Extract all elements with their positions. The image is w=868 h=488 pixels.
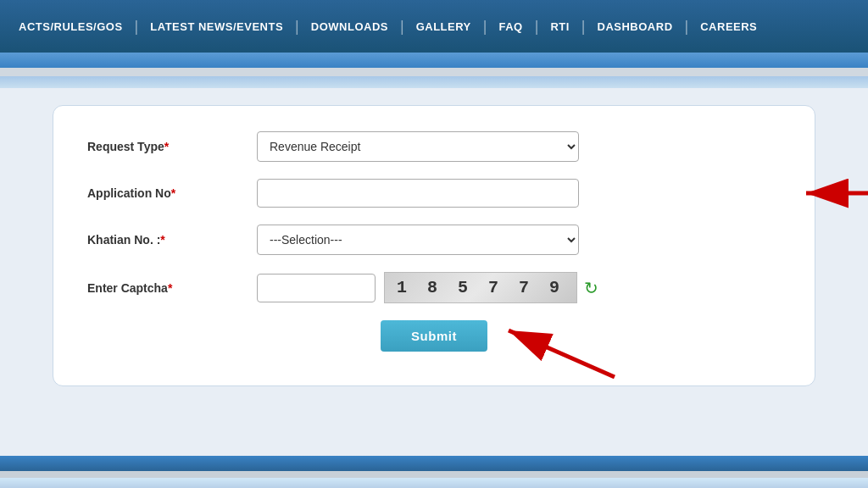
nav-sep-6: |: [580, 18, 587, 36]
nav-sep-4: |: [481, 18, 489, 36]
navbar: ACTS/RULES/GOS | LATEST NEWS/EVENTS | DO…: [0, 0, 868, 53]
khatian-select[interactable]: ---Selection--- Option 1 Option 2: [257, 225, 579, 255]
nav-gallery[interactable]: GALLERY: [406, 20, 481, 33]
captcha-required: *: [168, 281, 172, 295]
nav-sep-3: |: [398, 18, 406, 36]
bottom-stripes: [0, 456, 868, 488]
request-type-select[interactable]: Revenue Receipt Land Record Certificate: [257, 131, 579, 162]
submit-button[interactable]: Submit: [381, 320, 487, 352]
stripe-gray: [0, 68, 868, 76]
khatian-wrap: ---Selection--- Option 1 Option 2: [257, 225, 781, 255]
nav-rti[interactable]: RTI: [540, 20, 579, 33]
application-no-required: *: [171, 186, 175, 200]
captcha-label: Enter Captcha*: [87, 281, 257, 295]
application-no-label: Application No*: [87, 186, 257, 200]
nav-faq[interactable]: FAQ: [488, 20, 532, 33]
captcha-row: Enter Captcha* 1 8 5 7 7 9 ↻: [87, 272, 781, 303]
captcha-wrap: 1 8 5 7 7 9 ↻: [257, 272, 781, 303]
khatian-required: *: [160, 233, 164, 247]
request-type-required: *: [164, 140, 169, 153]
request-type-label: Request Type*: [87, 140, 257, 153]
nav-sep-7: |: [683, 18, 691, 36]
captcha-image: 1 8 5 7 7 9: [384, 272, 577, 303]
khatian-label: Khatian No. :*: [87, 233, 257, 247]
nav-downloads[interactable]: DOWNLOADS: [301, 20, 398, 33]
request-type-row: Request Type* Revenue Receipt Land Recor…: [87, 131, 781, 162]
nav-sep-2: |: [293, 18, 301, 36]
stripe-light: [0, 76, 868, 88]
application-no-wrap: [257, 179, 781, 208]
captcha-input[interactable]: [257, 274, 376, 302]
nav-news[interactable]: LATEST NEWS/EVENTS: [140, 20, 293, 33]
form-card: Request Type* Revenue Receipt Land Recor…: [53, 105, 815, 386]
stripe-top: [0, 53, 868, 68]
svg-line-3: [509, 330, 615, 377]
nav-dashboard[interactable]: DASHBOARD: [587, 20, 683, 33]
arrow-application: [798, 176, 868, 210]
nav-sep-5: |: [533, 18, 541, 36]
nav-careers[interactable]: CAREERS: [690, 20, 767, 33]
nav-acts[interactable]: ACTS/RULES/GOS: [8, 20, 133, 33]
khatian-row: Khatian No. :* ---Selection--- Option 1 …: [87, 225, 781, 255]
stripe-bottom-blue: [0, 456, 868, 471]
main-content: Request Type* Revenue Receipt Land Recor…: [0, 88, 868, 427]
submit-row: Submit: [87, 320, 781, 352]
stripe-bottom-light: [0, 478, 868, 488]
nav-sep-1: |: [133, 18, 141, 36]
refresh-icon[interactable]: ↻: [584, 278, 598, 298]
application-no-input[interactable]: [257, 179, 579, 208]
arrow-submit: [496, 318, 623, 385]
request-type-wrap: Revenue Receipt Land Record Certificate: [257, 131, 781, 162]
stripe-bottom-gray: [0, 471, 868, 478]
application-no-row: Application No*: [87, 179, 781, 208]
